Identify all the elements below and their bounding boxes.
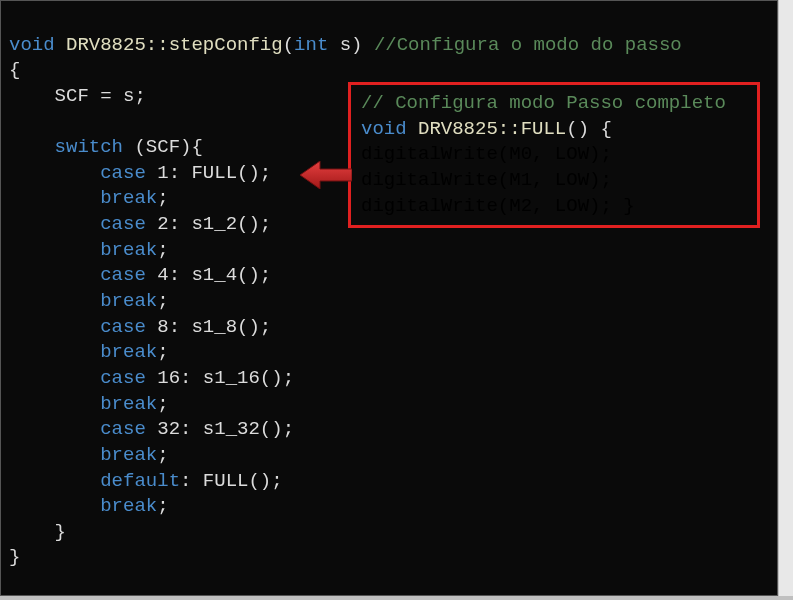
keyword-switch: switch [55,136,123,158]
keyword-break: break [100,495,157,517]
callout-box: // Configura modo Passo completo void DR… [348,82,760,228]
code-line: break; [9,495,169,517]
keyword-case: case [100,367,146,389]
keyword-break: break [100,444,157,466]
arg-s: s) [328,34,374,56]
code-line: default: FULL(); [9,470,283,492]
code-line: void DRV8825::stepConfig(int s) //Config… [9,34,682,56]
callout-line: digitalWrite(M2, LOW); [361,195,612,217]
code-line: { [9,59,20,81]
code-line: case 32: s1_32(); [9,418,294,440]
class-name: DRV8825:: [407,118,521,140]
callout-line: void DRV8825::FULL() { [361,118,612,140]
vertical-scrollbar[interactable] [779,0,793,596]
keyword-case: case [100,213,146,235]
code-line: break; [9,444,169,466]
keyword-default: default [100,470,180,492]
function-name: stepConfig [169,34,283,56]
code-line: switch (SCF){ [9,136,203,158]
code-line: break; [9,187,169,209]
code-line: case 16: s1_16(); [9,367,294,389]
code-line: break; [9,290,169,312]
code-line: SCF = s; [9,85,146,107]
keyword-void: void [361,118,407,140]
keyword-void: void [9,34,55,56]
function-name: FULL [521,118,567,140]
paren-open: ( [283,34,294,56]
code-line: break; [9,341,169,363]
code-line: break; [9,239,169,261]
class-name: DRV8825:: [55,34,169,56]
code-line: } [9,546,20,568]
callout-line: } [623,195,634,217]
comment: //Configura o modo do passo [374,34,682,56]
svg-marker-0 [300,161,352,189]
keyword-break: break [100,341,157,363]
arrow-icon [300,161,352,189]
keyword-break: break [100,290,157,312]
keyword-case: case [100,418,146,440]
callout-line: digitalWrite(M0, LOW); [361,143,612,165]
keyword-break: break [100,239,157,261]
keyword-case: case [100,162,146,184]
callout-line: digitalWrite(M1, LOW); [361,169,612,191]
keyword-case: case [100,316,146,338]
keyword-int: int [294,34,328,56]
code-line: } [9,521,66,543]
code-line: case 2: s1_2(); [9,213,271,235]
keyword-break: break [100,393,157,415]
keyword-case: case [100,264,146,286]
keyword-break: break [100,187,157,209]
callout-comment: // Configura modo Passo completo [361,92,726,114]
code-line: break; [9,393,169,415]
code-line: case 1: FULL(); [9,162,271,184]
rest: () { [566,118,612,140]
code-line: case 8: s1_8(); [9,316,271,338]
code-line: case 4: s1_4(); [9,264,271,286]
